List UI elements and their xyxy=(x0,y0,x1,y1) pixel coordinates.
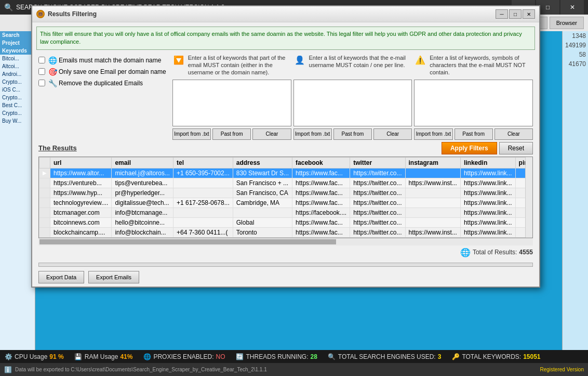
reset-button[interactable]: Reset xyxy=(499,142,533,154)
sidebar-item-4[interactable]: iOS C... xyxy=(0,86,35,94)
checkbox-one-per-domain[interactable]: 🎯 Only save one Email per domain name xyxy=(38,68,166,76)
table-cell xyxy=(405,188,460,198)
progress-container xyxy=(32,262,539,268)
sidebar-item-3[interactable]: Crypto... xyxy=(0,78,35,86)
table-cell: https://www.inst... xyxy=(405,227,460,237)
sidebar-right-0: 1348 xyxy=(563,31,588,41)
table-row[interactable]: blockchaincamp....info@blockchain...+64 … xyxy=(39,227,526,237)
past-from-btn-0[interactable]: Past from xyxy=(212,128,251,140)
checkbox-domain-match-input[interactable] xyxy=(38,57,45,63)
table-cell: +1 617-258-0678... xyxy=(173,198,233,208)
import-txt-btn-1[interactable]: Import from .txt xyxy=(293,128,332,140)
filter-textarea-0[interactable] xyxy=(172,80,291,126)
table-cell: hello@bitcoinne... xyxy=(112,217,173,227)
table-cell: https://www.fac... xyxy=(292,188,350,198)
clear-btn-1[interactable]: Clear xyxy=(373,128,412,140)
import-txt-btn-0[interactable]: Import from .txt xyxy=(172,128,211,140)
table-cell: https://twitter.co... xyxy=(350,188,405,198)
modal-icon: 🐻 xyxy=(36,10,45,18)
progress-bar-wrap xyxy=(38,263,533,267)
vertical-scrollbar[interactable] xyxy=(525,157,532,238)
horizontal-scrollbar[interactable] xyxy=(38,238,533,245)
filter-textarea-1[interactable] xyxy=(293,80,412,126)
checkbox-remove-duplicates-input[interactable] xyxy=(38,80,45,86)
table-cell: https://facebook.... xyxy=(292,208,350,217)
table-cell: Cambridge, MA xyxy=(233,198,292,208)
sidebar-item-7[interactable]: Crypto... xyxy=(0,109,35,117)
past-from-btn-2[interactable]: Past from xyxy=(455,128,493,140)
table-cell: https://www.link... xyxy=(460,178,515,188)
table-cell: https://twitter.co... xyxy=(350,227,405,237)
table-cell: https://www.link... xyxy=(460,217,515,227)
results-title: The Results xyxy=(38,144,77,152)
row-expander[interactable] xyxy=(39,217,50,227)
checkbox-domain-match[interactable]: 🌐 Emails must match the domain name xyxy=(38,56,166,64)
modal-restore-button[interactable]: □ xyxy=(509,9,522,19)
browser-button[interactable]: Browser xyxy=(550,17,584,29)
status-cpu: ⚙️ CPU Usage 91 % xyxy=(4,353,64,361)
search-engines-label: TOTAL SEARCH ENGINES USED: xyxy=(338,353,436,360)
row-expander[interactable]: ▶ xyxy=(39,168,50,178)
table-cell xyxy=(405,168,460,178)
table-row[interactable]: ▶https://www.altor...michael.j@altoros..… xyxy=(39,168,526,178)
cpu-icon: ⚙️ xyxy=(4,353,12,361)
sidebar-item-8[interactable]: Buy W... xyxy=(0,117,35,125)
results-table-scroll[interactable]: url email tel address facebook twitter i… xyxy=(39,157,525,238)
sidebar-item-5[interactable]: Crypto... xyxy=(0,94,35,101)
table-cell xyxy=(173,217,233,227)
table-row[interactable]: btcmanager.cominfo@btcmanage...https://f… xyxy=(39,208,526,217)
row-expander[interactable] xyxy=(39,188,50,198)
checkbox-remove-duplicates[interactable]: 🔧 Remove the duplicated Emails xyxy=(38,79,166,87)
checkbox-one-per-domain-input[interactable] xyxy=(38,68,45,75)
table-cell: https://twitter.co... xyxy=(350,198,405,208)
table-cell: michael.j@altoros... xyxy=(112,168,173,178)
results-table-container: url email tel address facebook twitter i… xyxy=(38,157,533,238)
table-cell: btcmanager.com xyxy=(50,208,112,217)
export-emails-button[interactable]: Export Emails xyxy=(88,271,139,283)
row-expander[interactable] xyxy=(39,208,50,217)
table-cell: https://twitter.co... xyxy=(350,217,405,227)
filter-header-0: 🔽 Enter a list of keywords that part of … xyxy=(172,54,291,77)
keywords-value: 15051 xyxy=(523,353,540,360)
row-expander[interactable] xyxy=(39,198,50,208)
table-cell: https://ventureb... xyxy=(50,178,112,188)
close-button[interactable]: ✕ xyxy=(560,0,584,15)
table-cell: https://www.link... xyxy=(460,198,515,208)
col-url: url xyxy=(50,157,112,168)
row-expander[interactable] xyxy=(39,227,50,237)
table-cell: https://www.fac... xyxy=(292,198,350,208)
table-cell: https://twitter.co... xyxy=(350,168,405,178)
table-row[interactable]: technologyreview....digitalissue@tech...… xyxy=(39,198,526,208)
sidebar-item-0[interactable]: Bitcoi... xyxy=(0,55,35,62)
filter-columns: 🔽 Enter a list of keywords that part of … xyxy=(172,54,533,140)
row-expander[interactable] xyxy=(39,178,50,188)
apply-filters-button[interactable]: Apply Filters xyxy=(442,142,497,154)
col-facebook: facebook xyxy=(292,157,350,168)
export-data-button[interactable]: Export Data xyxy=(38,271,84,283)
filter-textarea-2[interactable] xyxy=(414,80,533,126)
keywords-label: TOTAL KEYWORDS: xyxy=(462,353,521,360)
results-table: url email tel address facebook twitter i… xyxy=(39,157,525,238)
modal-title: Results Filtering xyxy=(48,10,492,18)
table-row[interactable]: https://ventureb...tips@venturebea...San… xyxy=(39,178,526,188)
modal-minimize-button[interactable]: ─ xyxy=(496,9,508,19)
table-row[interactable]: https://www.hyp...pr@hyperledger...San F… xyxy=(39,188,526,198)
table-row[interactable]: bitcoinnews.comhello@bitcoinne...Globalh… xyxy=(39,217,526,227)
table-cell xyxy=(515,188,525,198)
table-cell xyxy=(405,208,460,217)
clear-btn-0[interactable]: Clear xyxy=(252,128,291,140)
sidebar-item-1[interactable]: Altcoi... xyxy=(0,62,35,70)
table-cell: info@blockchain... xyxy=(112,227,173,237)
past-from-btn-1[interactable]: Past from xyxy=(333,128,372,140)
sidebar-item-2[interactable]: Androi... xyxy=(0,70,35,78)
import-txt-btn-2[interactable]: Import from .txt xyxy=(414,128,452,140)
clear-btn-2[interactable]: Clear xyxy=(495,128,533,140)
sidebar-item-6[interactable]: Best C... xyxy=(0,101,35,109)
sidebar-right: 1348 149199 58 41670 xyxy=(562,31,588,350)
ram-value: 41% xyxy=(120,353,132,360)
table-cell: bitcoinnews.com xyxy=(50,217,112,227)
threads-label: THREADS RUNNING: xyxy=(246,353,308,360)
ram-icon: 💾 xyxy=(74,353,83,361)
modal-close-button[interactable]: ✕ xyxy=(523,9,535,19)
filter-label-2: Enter a list of keywords, symbols of cha… xyxy=(430,54,533,76)
